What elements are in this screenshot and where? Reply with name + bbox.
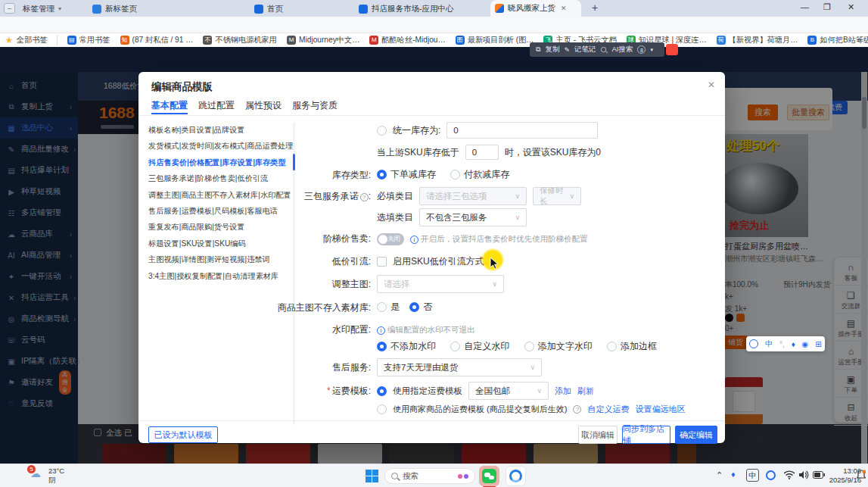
notification-bell-icon[interactable]	[857, 470, 866, 480]
close-tab-icon[interactable]: ✕	[561, 5, 567, 12]
tab-new-tab[interactable]: 新标签页	[88, 2, 142, 16]
radio-option[interactable]: 添加文字水印	[524, 340, 593, 353]
win-square	[366, 476, 372, 482]
plugin-circle-icon[interactable]	[749, 339, 758, 348]
divider	[138, 420, 725, 421]
after-sale-select[interactable]: 支持7天无理由退货 ∨	[377, 358, 542, 376]
person-icon[interactable]: ◉	[802, 340, 809, 348]
freight-radio-2[interactable]	[377, 404, 387, 414]
take-note-button[interactable]: 记笔记	[574, 45, 596, 55]
clock-date[interactable]: 2025/9/16	[822, 476, 861, 484]
warranty-select[interactable]: 保修时长 ∨	[533, 187, 581, 205]
bookmark-item[interactable]: 图 最新项目剖析 (图…	[456, 35, 534, 45]
toggle-text: 关闭	[387, 235, 400, 244]
speaker-icon[interactable]	[799, 470, 809, 479]
help-icon[interactable]: ?	[573, 405, 581, 414]
bookmark-item[interactable]: ▤ 常用书签	[67, 35, 110, 45]
bookmark-label: 不锈钢电源机家用	[215, 35, 277, 45]
edit-template-modal: 编辑商品模版 ✕ 基本配置 跳过配置 属性预设 服务与资质 模板名称|类目设置|…	[138, 72, 725, 443]
dots-icon[interactable]: °,	[779, 340, 785, 348]
window-minimize-button[interactable]: —	[801, 2, 809, 11]
tab-title: 标签管理	[23, 4, 54, 14]
tab-attr-preset[interactable]: 属性预设	[245, 99, 282, 112]
browser-taskbar-icon[interactable]	[506, 466, 526, 486]
sync-multi-shop-button[interactable]: 同步到多店铺	[622, 426, 670, 444]
confirm-edit-button[interactable]: 确定编辑	[675, 426, 717, 444]
bookmark-item[interactable]: M Midjourney中文…	[287, 35, 359, 45]
tab-skip-config[interactable]: 跳过配置	[198, 99, 235, 112]
bookmarks-overflow-icon[interactable]: »	[857, 35, 861, 44]
three-pack-required-select[interactable]: 请选择三包选项 ∨	[419, 187, 527, 205]
bookmark-item[interactable]: M 酷酷哈丝-Midjou…	[369, 35, 445, 45]
weather-temp[interactable]: 23°C	[48, 467, 64, 475]
low-price-checkbox[interactable]	[377, 257, 387, 267]
custom-freight-link[interactable]: 自定义运费	[587, 404, 629, 415]
caret-down-icon[interactable]: ▾	[650, 47, 653, 53]
bookmark-icon: 不	[203, 36, 212, 45]
app-circle-icon[interactable]: 8	[637, 45, 646, 54]
radio-option[interactable]: 付款减库存	[450, 168, 509, 181]
wechat-taskbar-icon[interactable]	[479, 466, 499, 486]
tab-xiaofeng-active[interactable]: 晓风搬家上货 ✕	[490, 0, 581, 17]
tab-service-qualification[interactable]: 服务与资质	[292, 99, 338, 112]
low-price-label: 低价引流:	[257, 255, 371, 268]
modal-close-icon[interactable]: ✕	[708, 80, 715, 90]
mic-tray-icon[interactable]: ♦	[731, 470, 736, 479]
translate-icon[interactable]: 中	[765, 339, 773, 349]
promo-red-badge[interactable]	[666, 44, 678, 55]
radio-icon	[409, 302, 419, 312]
window-maximize-button[interactable]: ❐	[823, 2, 831, 12]
main-img-label: 商品主图不存入素材库:	[257, 301, 371, 314]
pinned-tab-icon[interactable]: –	[4, 3, 15, 14]
mic-icon[interactable]: ♦	[792, 340, 795, 348]
bookmark-item[interactable]: 知 (87 封私信 / 91 …	[120, 35, 194, 45]
copy-button[interactable]: 复制	[545, 45, 559, 55]
remote-area-link[interactable]: 设置偏远地区	[635, 404, 685, 415]
tab-label-manager[interactable]: 标签管理 ▾	[18, 2, 66, 16]
wifi-icon[interactable]	[784, 470, 795, 479]
grid-icon[interactable]: ⊞	[815, 340, 821, 348]
tab-basic-config[interactable]: 基本配置	[151, 99, 188, 112]
adjust-img-select[interactable]: 请选择 ∨	[377, 275, 504, 293]
taskbar-search[interactable]: 搜索	[384, 468, 475, 484]
freight-add-link[interactable]: 添加	[555, 386, 571, 397]
taskbar: ☁ 5 23°C 阴 搜索 ⌃ ♦ 中	[0, 464, 868, 487]
radio-option[interactable]: 添加边框	[607, 340, 657, 353]
chevron-down-icon: ∨	[530, 364, 535, 371]
default-template-button[interactable]: 已设为默认模板	[148, 426, 218, 443]
low-stock-input[interactable]	[465, 145, 499, 160]
ime-icon[interactable]: 中	[746, 469, 759, 482]
radio-option[interactable]: 是	[377, 301, 400, 314]
radio-option[interactable]: 自定义水印	[450, 340, 509, 353]
low-stock-prefix: 当上游SKU库存低于	[377, 146, 459, 159]
unified-stock-input[interactable]	[446, 122, 598, 139]
tier-price-toggle[interactable]: 关闭	[377, 233, 404, 245]
ai-search-button[interactable]: AI搜索	[611, 45, 633, 55]
bookmark-item[interactable]: 荷 【新视界】荷塘月…	[717, 35, 798, 45]
three-pack-optional-select[interactable]: 不包含三包服务 ∨	[419, 208, 527, 226]
help-icon[interactable]: ?	[360, 193, 369, 201]
weather-desc[interactable]: 阴	[48, 476, 56, 485]
info-icon: i	[410, 236, 418, 244]
bookmark-item[interactable]: 不 不锈钢电源机家用	[203, 35, 277, 45]
bookmark-item[interactable]: ★ 全部书签	[5, 35, 58, 45]
dot	[464, 474, 468, 479]
radio-option[interactable]: 不添加水印	[377, 340, 436, 353]
wechat-logo	[482, 469, 496, 483]
freight-template-select[interactable]: 全国包邮 ∨	[468, 382, 549, 400]
radio-option[interactable]: 否	[409, 301, 432, 314]
search-placeholder: 搜索	[403, 471, 418, 482]
tab-homepage[interactable]: 首页	[250, 2, 288, 16]
freight-refresh-link[interactable]: 刷新	[577, 386, 594, 397]
radio-unified-stock[interactable]	[377, 126, 387, 136]
new-tab-button[interactable]: +	[592, 2, 598, 14]
plugin-tray-icon[interactable]	[766, 470, 776, 480]
search-highlight-icon	[458, 474, 468, 479]
cancel-edit-button[interactable]: 取消编辑	[578, 426, 618, 444]
window-close-button[interactable]: ✕	[848, 2, 854, 12]
freight-radio-1[interactable]	[377, 386, 387, 396]
tab-douyin-service-market[interactable]: 抖店服务市场-应用中心	[354, 2, 459, 16]
start-button[interactable]	[366, 470, 378, 482]
tray-expand-icon[interactable]: ⌃	[716, 470, 723, 480]
radio-option[interactable]: 下单减库存	[377, 168, 436, 181]
